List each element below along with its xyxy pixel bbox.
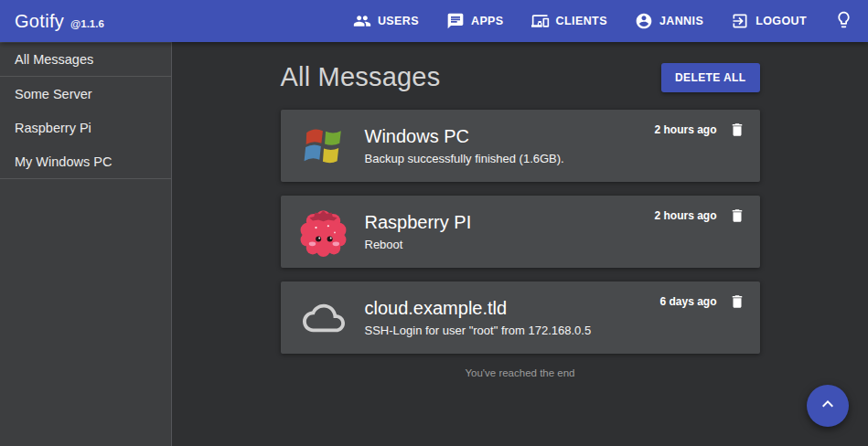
nav-clients-label: CLIENTS xyxy=(556,15,607,27)
chevron-up-icon xyxy=(817,393,839,419)
apps-icon xyxy=(446,12,465,30)
nav-logout-label: LOGOUT xyxy=(755,15,807,27)
nav-apps-label: APPS xyxy=(471,15,504,27)
top-navbar: Gotify @1.1.6 USERS APPS CLIENTS JAN xyxy=(0,0,868,42)
end-of-list-text: You've reached the end xyxy=(281,367,760,378)
message-text: Backup successfully finished (1.6GB). xyxy=(365,152,627,165)
sidebar-item-raspberry-pi[interactable]: Raspberry Pi xyxy=(0,111,171,144)
nav-apps[interactable]: APPS xyxy=(446,12,504,30)
delete-message-button[interactable] xyxy=(729,293,745,310)
nav-clients[interactable]: CLIENTS xyxy=(531,12,607,30)
logout-icon xyxy=(731,12,749,30)
delete-message-button[interactable] xyxy=(729,207,745,224)
sidebar-item-some-server[interactable]: Some Server xyxy=(0,77,171,111)
nav-logout[interactable]: LOGOUT xyxy=(731,12,807,30)
message-meta: 2 hours ago xyxy=(654,207,745,224)
message-timestamp: 2 hours ago xyxy=(654,123,716,136)
clients-icon xyxy=(531,12,550,30)
navbar-menu: USERS APPS CLIENTS JANNIS LOGOUT xyxy=(353,12,807,30)
main-area: All Messages DELETE ALL Windows PC Backu… xyxy=(172,42,868,446)
nav-user-account[interactable]: JANNIS xyxy=(635,12,703,30)
sidebar: All Messages Some Server Raspberry Pi My… xyxy=(0,42,172,446)
app-version: @1.1.6 xyxy=(70,18,104,29)
message-card: Raspberry PI Reboot 2 hours ago xyxy=(281,196,760,268)
nav-users-label: USERS xyxy=(378,15,419,27)
message-text: Reboot xyxy=(365,238,627,251)
page-title: All Messages xyxy=(281,62,441,92)
sidebar-item-label: All Messages xyxy=(15,52,93,67)
sidebar-item-all-messages[interactable]: All Messages xyxy=(0,42,171,77)
message-meta: 2 hours ago xyxy=(654,122,745,138)
windows-logo-icon xyxy=(295,125,352,167)
message-timestamp: 6 days ago xyxy=(659,295,716,308)
lightbulb-icon xyxy=(834,10,853,33)
message-card: Windows PC Backup successfully finished … xyxy=(281,110,760,182)
message-meta: 6 days ago xyxy=(659,293,745,310)
message-app-name: cloud.example.tld xyxy=(365,298,627,319)
delete-message-button[interactable] xyxy=(729,122,745,138)
cloud-icon xyxy=(295,297,352,339)
page-layout: All Messages Some Server Raspberry Pi My… xyxy=(0,42,868,446)
message-app-name: Windows PC xyxy=(365,126,627,147)
theme-toggle-button[interactable] xyxy=(834,10,853,33)
message-timestamp: 2 hours ago xyxy=(654,209,716,222)
trash-icon xyxy=(729,122,745,138)
trash-icon xyxy=(729,207,745,224)
sidebar-item-label: My Windows PC xyxy=(15,154,112,169)
message-card: cloud.example.tld SSH-Login for user "ro… xyxy=(281,281,760,354)
raspberry-icon xyxy=(295,206,352,258)
app-title: Gotify xyxy=(15,11,64,32)
nav-users[interactable]: USERS xyxy=(353,12,419,30)
message-text: SSH-Login for user "root" from 172.168.0… xyxy=(365,324,627,337)
account-icon xyxy=(635,12,653,30)
delete-all-button[interactable]: DELETE ALL xyxy=(661,63,760,92)
page-header: All Messages DELETE ALL xyxy=(281,62,760,92)
messages-content: All Messages DELETE ALL Windows PC Backu… xyxy=(281,62,760,378)
sidebar-item-label: Some Server xyxy=(15,87,92,101)
sidebar-item-label: Raspberry Pi xyxy=(15,121,91,135)
message-app-name: Raspberry PI xyxy=(365,212,627,233)
users-icon xyxy=(353,12,371,30)
nav-user-label: JANNIS xyxy=(659,15,703,27)
sidebar-item-my-windows-pc[interactable]: My Windows PC xyxy=(0,144,171,178)
trash-icon xyxy=(729,293,745,310)
sidebar-server-group: Some Server Raspberry Pi My Windows PC xyxy=(0,77,171,179)
app-brand[interactable]: Gotify @1.1.6 xyxy=(15,11,104,32)
scroll-to-top-button[interactable] xyxy=(807,385,849,427)
